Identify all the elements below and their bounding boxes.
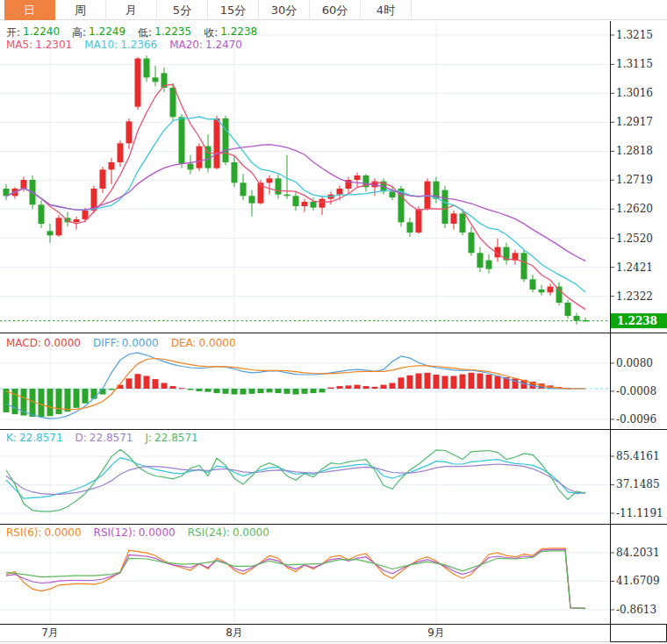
y-axis-label: 1.2520 xyxy=(616,233,653,245)
y-axis-label: -0.0096 xyxy=(616,413,656,426)
rsi-line-rsi6 xyxy=(6,548,585,609)
y-axis-label: 41.6709 xyxy=(616,575,660,587)
tab-15min[interactable]: 15分 xyxy=(208,0,259,20)
y-axis-label: 1.3115 xyxy=(616,58,653,70)
rsi-line-rsi24 xyxy=(6,551,585,609)
macd-panel xyxy=(0,353,610,419)
y-axis: 1.32151.31151.30161.29171.28181.27191.26… xyxy=(610,29,667,616)
y-axis-label: 1.2421 xyxy=(616,261,653,274)
panel-borders xyxy=(0,21,667,642)
grid xyxy=(0,21,610,624)
tab-30min[interactable]: 30分 xyxy=(259,0,310,20)
y-axis-label: -11.1191 xyxy=(616,507,663,519)
y-axis-label: 1.3016 xyxy=(616,87,653,99)
current-price-tag-text: 1.2238 xyxy=(617,315,657,327)
tab-4hour[interactable]: 4时 xyxy=(361,0,412,20)
y-axis-label: 37.1485 xyxy=(616,478,660,490)
candlestick-panel xyxy=(0,55,610,325)
period-tabbar: 日周月5分15分30分60分4时 xyxy=(0,0,667,20)
x-axis-month-label: 7月 xyxy=(41,626,59,639)
trading-chart-app: 日周月5分15分30分60分4时 1.32151.31151.30161.291… xyxy=(0,0,667,644)
y-axis-label: 1.2818 xyxy=(616,145,653,157)
tab-60min[interactable]: 60分 xyxy=(310,0,361,20)
y-axis-label: 1.2322 xyxy=(616,290,653,303)
tab-month[interactable]: 月 xyxy=(106,0,157,20)
kdj-line-j xyxy=(6,449,585,512)
y-axis-label: 1.2620 xyxy=(616,203,653,215)
x-axis-month-label: 8月 xyxy=(226,626,243,639)
x-axis-labels: 7月8月9月 xyxy=(41,626,445,639)
y-axis-label: 85.4161 xyxy=(616,450,660,462)
rsi-panel xyxy=(6,548,585,609)
y-axis-label: -0.8613 xyxy=(616,604,656,616)
y-axis-label: 0.0080 xyxy=(616,357,653,369)
y-axis-label: 1.3215 xyxy=(616,29,653,41)
y-axis-label: 84.2031 xyxy=(616,547,660,559)
y-axis-label: 1.2917 xyxy=(616,116,653,128)
tab-5min[interactable]: 5分 xyxy=(157,0,208,20)
kdj-panel xyxy=(6,449,585,512)
y-axis-label: 1.2719 xyxy=(616,174,653,186)
chart-canvas[interactable]: 1.32151.31151.30161.29171.28181.27191.26… xyxy=(0,21,667,644)
x-axis-month-label: 9月 xyxy=(427,626,445,639)
y-axis-label: -0.0008 xyxy=(616,385,656,397)
tab-day[interactable]: 日 xyxy=(4,0,55,20)
tab-week[interactable]: 周 xyxy=(55,0,106,20)
kdj-line-d xyxy=(6,464,585,494)
